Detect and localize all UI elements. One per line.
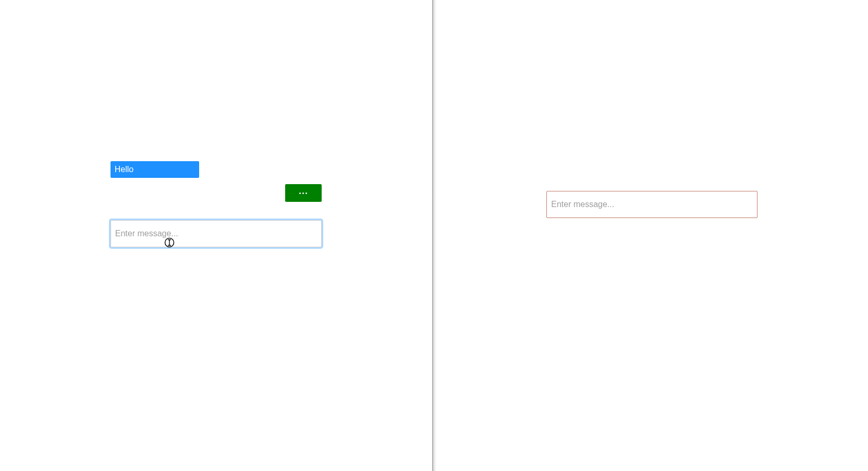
message-outgoing: Hello [111, 161, 199, 178]
left-pane: Hello [0, 0, 432, 471]
message-input-right[interactable] [546, 191, 757, 218]
pane-divider[interactable] [432, 0, 436, 471]
right-chat-area [546, 191, 757, 218]
split-container: Hello [0, 0, 868, 471]
message-input-left[interactable] [111, 220, 322, 247]
typing-indicator [285, 184, 322, 202]
left-chat-area: Hello [111, 161, 322, 247]
message-text: Hello [115, 165, 133, 174]
ellipsis-icon [299, 192, 307, 194]
right-pane [436, 0, 869, 471]
